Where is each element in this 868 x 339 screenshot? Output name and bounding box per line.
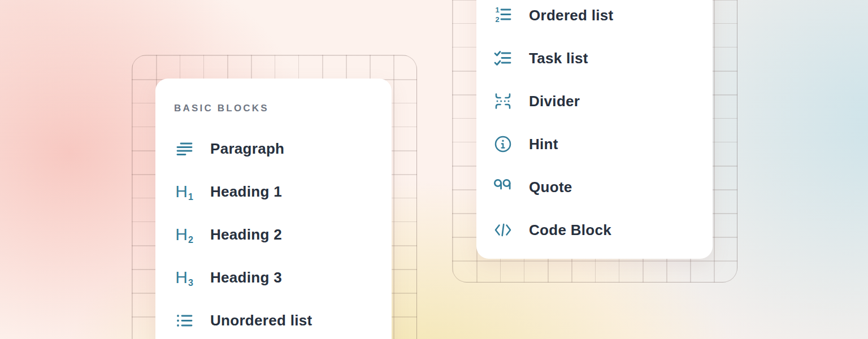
task-list-icon <box>493 48 513 68</box>
menu-item-divider[interactable]: Divider <box>493 80 713 123</box>
menu-item-label: Hint <box>529 136 558 153</box>
menu-item-unordered-list[interactable]: Unordered list <box>174 299 392 339</box>
paragraph-icon <box>174 138 194 159</box>
menu-item-label: Heading 1 <box>210 183 282 201</box>
quote-icon <box>493 177 513 197</box>
menu-item-label: Divider <box>529 93 580 110</box>
heading-2-icon: H2 <box>174 224 194 245</box>
menu-item-label: Quote <box>529 179 572 196</box>
menu-item-label: Heading 2 <box>210 226 282 244</box>
menu-item-heading-1[interactable]: H1 Heading 1 <box>174 170 392 213</box>
menu-item-ordered-list[interactable]: 12 Ordered list <box>493 0 713 37</box>
menu-item-label: Paragraph <box>210 140 284 158</box>
menu-item-quote[interactable]: Quote <box>493 166 713 208</box>
menu-item-heading-3[interactable]: H3 Heading 3 <box>174 256 392 299</box>
unordered-list-icon <box>174 310 194 331</box>
divider-icon <box>493 91 513 111</box>
section-title-basic-blocks: BASIC BLOCKS <box>174 102 392 115</box>
code-block-icon <box>493 220 513 240</box>
svg-text:2: 2 <box>496 15 500 24</box>
menu-item-label: Ordered list <box>529 7 614 24</box>
basic-blocks-items: Paragraph H1 Heading 1 H2 Heading 2 H3 H… <box>174 127 392 339</box>
more-blocks-items: 12 Ordered list Task list Divider Hint Q… <box>493 0 713 251</box>
menu-item-label: Task list <box>529 50 588 67</box>
hint-icon <box>493 134 513 154</box>
more-blocks-card: 12 Ordered list Task list Divider Hint Q… <box>476 0 713 259</box>
menu-item-heading-2[interactable]: H2 Heading 2 <box>174 213 392 256</box>
ordered-list-icon: 12 <box>493 5 513 25</box>
menu-item-paragraph[interactable]: Paragraph <box>174 127 392 170</box>
menu-item-label: Unordered list <box>210 312 312 329</box>
heading-3-icon: H3 <box>174 267 194 288</box>
menu-item-code-block[interactable]: Code Block <box>493 208 713 251</box>
menu-item-label: Code Block <box>529 221 611 239</box>
basic-blocks-card: BASIC BLOCKS Paragraph H1 Heading 1 H2 H… <box>155 79 392 339</box>
svg-text:1: 1 <box>496 6 500 14</box>
menu-item-hint[interactable]: Hint <box>493 123 713 166</box>
menu-item-label: Heading 3 <box>210 269 282 286</box>
heading-1-icon: H1 <box>174 181 194 202</box>
menu-item-task-list[interactable]: Task list <box>493 37 713 80</box>
